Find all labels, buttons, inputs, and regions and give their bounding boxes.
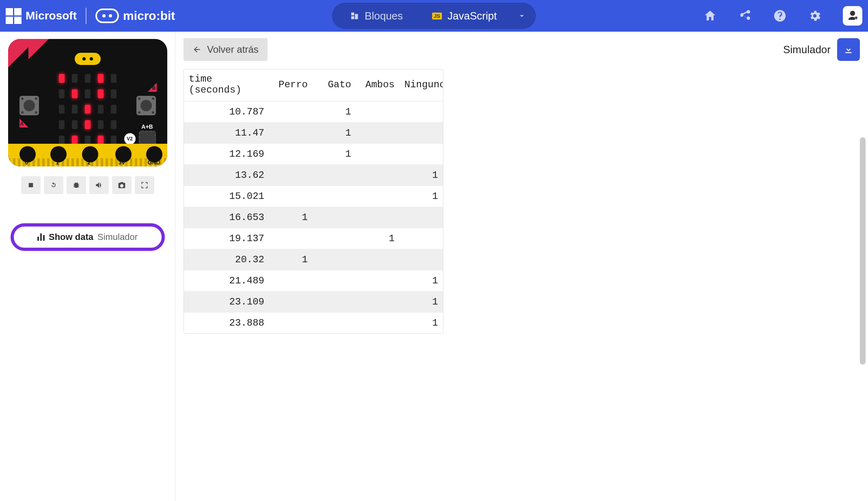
cell: 16.653 (184, 207, 269, 228)
cell: 20.32 (184, 249, 269, 270)
led-3-0 (59, 120, 65, 129)
cell (356, 313, 399, 334)
home-icon[interactable] (703, 9, 717, 23)
sound-icon (95, 181, 103, 189)
share-icon[interactable] (738, 9, 752, 23)
table-row: 15.0211 (184, 186, 443, 207)
bar-chart-icon (37, 233, 45, 241)
table-row: 23.8881 (184, 313, 443, 334)
cell (356, 270, 399, 292)
restart-button[interactable] (44, 176, 63, 194)
cell (399, 207, 443, 228)
brand-group: Microsoft micro:bit (6, 8, 175, 24)
help-icon[interactable] (773, 9, 787, 23)
cell (356, 292, 399, 313)
cell: 13.62 (184, 165, 269, 186)
cell: 12.169 (184, 144, 269, 165)
col-header: Gato (313, 69, 356, 101)
led-0-2 (85, 74, 91, 83)
led-3-1 (72, 120, 78, 129)
led-2-4 (111, 105, 117, 114)
led-1-3 (98, 89, 104, 98)
pin-label: 1 (56, 159, 59, 166)
gear-icon[interactable] (808, 9, 822, 23)
table-row: 11.471 (184, 123, 443, 144)
cell: 1 (269, 249, 313, 270)
camera-icon (118, 181, 126, 189)
editor-dropdown[interactable] (512, 11, 533, 20)
show-data-button[interactable]: Show data Simulador (11, 223, 165, 251)
tab-blocks-label: Bloques (365, 10, 403, 22)
fullscreen-button[interactable] (135, 176, 154, 194)
simulator[interactable]: A+B V2 0 1 2 3V GND (8, 39, 167, 166)
blocks-icon (350, 11, 359, 20)
led-grid (57, 72, 118, 146)
microsoft-icon (6, 8, 22, 24)
user-button[interactable] (843, 6, 862, 26)
chevron-down-icon (518, 11, 527, 20)
editor-switch: Bloques JS JavaScript (332, 3, 535, 29)
led-4-0 (59, 136, 65, 145)
button-a[interactable] (19, 96, 39, 115)
debug-button[interactable] (67, 176, 86, 194)
cell: 1 (399, 313, 443, 334)
simulator-label: Simulador (783, 43, 831, 56)
left-panel: A+B V2 0 1 2 3V GND (0, 32, 175, 501)
cell (313, 292, 356, 313)
tab-blocks[interactable]: Bloques (335, 3, 417, 29)
screenshot-button[interactable] (112, 176, 132, 194)
microsoft-logo[interactable]: Microsoft (6, 8, 77, 24)
col-header: time (seconds) (184, 69, 269, 101)
edge-connector: 0 1 2 3V GND (8, 144, 167, 166)
cell: 1 (399, 292, 443, 313)
cell: 21.489 (184, 270, 269, 292)
cell: 19.137 (184, 228, 269, 249)
led-2-0 (59, 105, 65, 114)
sim-toolbar (21, 176, 154, 194)
cell (356, 186, 399, 207)
download-button[interactable] (837, 38, 860, 61)
tab-javascript[interactable]: JS JavaScript (417, 3, 511, 29)
sim-head-icon (75, 53, 101, 65)
right-header: Volver atrás Simulador (184, 38, 860, 61)
cell (313, 186, 356, 207)
table-body: 10.787111.47112.169113.62115.021116.6531… (184, 101, 443, 334)
led-2-3 (98, 105, 104, 114)
back-button[interactable]: Volver atrás (184, 38, 268, 61)
cell (356, 101, 399, 123)
cell: 11.47 (184, 123, 269, 144)
table-row: 21.4891 (184, 270, 443, 292)
cell (269, 313, 313, 334)
refresh-icon (50, 181, 58, 189)
cell (269, 101, 313, 123)
led-3-4 (111, 120, 117, 129)
tab-js-label: JavaScript (447, 10, 497, 22)
cell (356, 123, 399, 144)
led-0-4 (111, 74, 117, 83)
download-icon (843, 44, 854, 55)
data-table-wrap: time (seconds)PerroGatoAmbosNinguno 10.7… (184, 69, 443, 334)
cell (356, 165, 399, 186)
cell (269, 165, 313, 186)
mute-button[interactable] (89, 176, 109, 194)
led-4-3 (98, 136, 104, 145)
pin-label: 0 (25, 159, 28, 166)
show-data-sublabel: Simulador (97, 232, 138, 242)
stop-button[interactable] (21, 176, 41, 194)
microbit-logo[interactable]: micro:bit (95, 9, 175, 23)
led-4-1 (72, 136, 78, 145)
js-badge-icon: JS (432, 13, 442, 19)
bug-icon (72, 181, 80, 189)
led-4-2 (85, 136, 91, 145)
scrollbar-thumb[interactable] (860, 137, 866, 365)
cell (313, 165, 356, 186)
sim-decor (28, 39, 49, 59)
cell (399, 123, 443, 144)
microbit-label: micro:bit (123, 9, 175, 23)
cell: 23.888 (184, 313, 269, 334)
col-header: Ninguno (399, 69, 443, 101)
cell (356, 144, 399, 165)
button-b[interactable] (136, 96, 156, 115)
led-0-0 (59, 74, 65, 83)
led-1-1 (72, 89, 78, 98)
